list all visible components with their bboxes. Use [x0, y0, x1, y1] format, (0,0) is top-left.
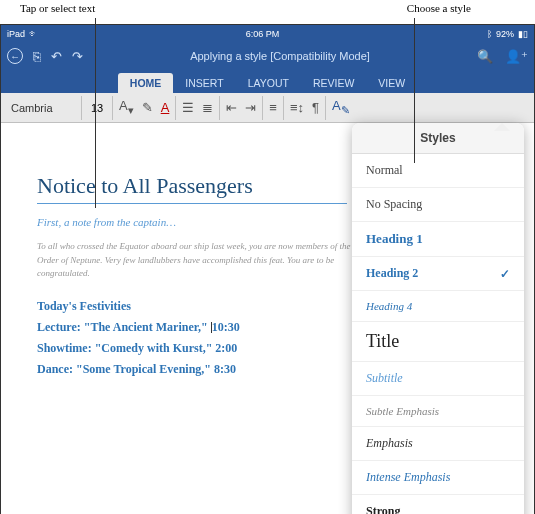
- align-left-icon[interactable]: ≡: [269, 101, 277, 114]
- doc-paragraph[interactable]: To all who crossed the Equator aboard ou…: [37, 240, 357, 281]
- tab-insert[interactable]: INSERT: [173, 73, 235, 93]
- font-name-select[interactable]: Cambria: [11, 102, 75, 114]
- style-item-label: Normal: [366, 163, 403, 178]
- highlight-icon[interactable]: ✎: [142, 101, 153, 114]
- ribbon-toolbar: Cambria 13 A▾ ✎ A ☰ ≣ ⇤ ⇥ ≡ ≡↕ ¶ A✎: [1, 93, 534, 123]
- style-item-label: Strong: [366, 504, 400, 514]
- style-item-label: Intense Emphasis: [366, 470, 450, 485]
- back-button[interactable]: ←: [7, 48, 23, 64]
- style-item-label: Subtitle: [366, 371, 403, 386]
- style-item-intense-emphasis[interactable]: Intense Emphasis: [352, 461, 524, 495]
- annotation-line-right: [414, 18, 415, 163]
- numbering-icon[interactable]: ≣: [202, 101, 213, 114]
- style-item-label: Emphasis: [366, 436, 413, 451]
- search-icon[interactable]: 🔍: [477, 49, 493, 64]
- font-format-icon[interactable]: A▾: [119, 99, 134, 115]
- style-item-label: Heading 1: [366, 231, 423, 247]
- annotation-right: Choose a style: [407, 2, 471, 14]
- style-item-label: Heading 2: [366, 266, 418, 281]
- check-icon: ✓: [500, 267, 510, 281]
- line-spacing-icon[interactable]: ≡↕: [290, 101, 304, 114]
- style-item-no-spacing[interactable]: No Spacing: [352, 188, 524, 222]
- doc-line-lecture-b: 10:30: [212, 320, 240, 334]
- doc-heading-title[interactable]: Notice to All Passengers: [37, 173, 347, 204]
- ribbon-tabs: HOME INSERT LAYOUT REVIEW VIEW: [1, 69, 534, 93]
- bullets-icon[interactable]: ☰: [182, 101, 194, 114]
- bluetooth-icon: ᛒ: [487, 29, 492, 39]
- style-item-label: Subtle Emphasis: [366, 405, 439, 417]
- clock: 6:06 PM: [246, 29, 280, 39]
- font-color-icon[interactable]: A: [161, 101, 170, 114]
- battery-icon: ▮▯: [518, 29, 528, 39]
- redo-icon[interactable]: ↷: [72, 49, 83, 64]
- style-item-normal[interactable]: Normal: [352, 154, 524, 188]
- doc-line-lecture-a: Lecture: "The Ancient Mariner,": [37, 320, 211, 334]
- styles-button[interactable]: A✎: [332, 99, 350, 115]
- style-item-title[interactable]: Title: [352, 322, 524, 362]
- style-item-subtitle[interactable]: Subtitle: [352, 362, 524, 396]
- style-item-label: Title: [366, 331, 399, 352]
- style-item-heading-4[interactable]: Heading 4: [352, 291, 524, 322]
- tab-view[interactable]: VIEW: [366, 73, 417, 93]
- tab-home[interactable]: HOME: [118, 73, 174, 93]
- tab-layout[interactable]: LAYOUT: [236, 73, 301, 93]
- font-size-select[interactable]: 13: [88, 102, 106, 114]
- styles-popup: Styles NormalNo SpacingHeading 1Heading …: [352, 123, 524, 514]
- annotation-left: Tap or select text: [20, 2, 95, 14]
- style-item-label: No Spacing: [366, 197, 422, 212]
- file-actions-icon[interactable]: ⎘: [33, 49, 41, 64]
- style-item-strong[interactable]: Strong: [352, 495, 524, 514]
- device-label: iPad: [7, 29, 25, 39]
- wifi-icon: ᯤ: [29, 29, 38, 39]
- pilcrow-icon[interactable]: ¶: [312, 101, 319, 114]
- indent-icon[interactable]: ⇥: [245, 101, 256, 114]
- outdent-icon[interactable]: ⇤: [226, 101, 237, 114]
- style-item-label: Heading 4: [366, 300, 412, 312]
- style-item-heading-1[interactable]: Heading 1: [352, 222, 524, 257]
- style-item-heading-2[interactable]: Heading 2✓: [352, 257, 524, 291]
- battery-pct: 92%: [496, 29, 514, 39]
- ios-status-bar: iPad ᯤ 6:06 PM ᛒ 92% ▮▯: [1, 25, 534, 43]
- undo-icon[interactable]: ↶: [51, 49, 62, 64]
- style-item-emphasis[interactable]: Emphasis: [352, 427, 524, 461]
- tab-review[interactable]: REVIEW: [301, 73, 366, 93]
- annotation-line-left: [95, 18, 96, 208]
- styles-popup-header: Styles: [352, 123, 524, 154]
- style-item-subtle-emphasis[interactable]: Subtle Emphasis: [352, 396, 524, 427]
- title-bar: ← ⎘ ↶ ↷ Applying a style [Compatibility …: [1, 43, 534, 69]
- share-icon[interactable]: 👤⁺: [505, 49, 528, 64]
- document-title: Applying a style [Compatibility Mode]: [83, 50, 477, 62]
